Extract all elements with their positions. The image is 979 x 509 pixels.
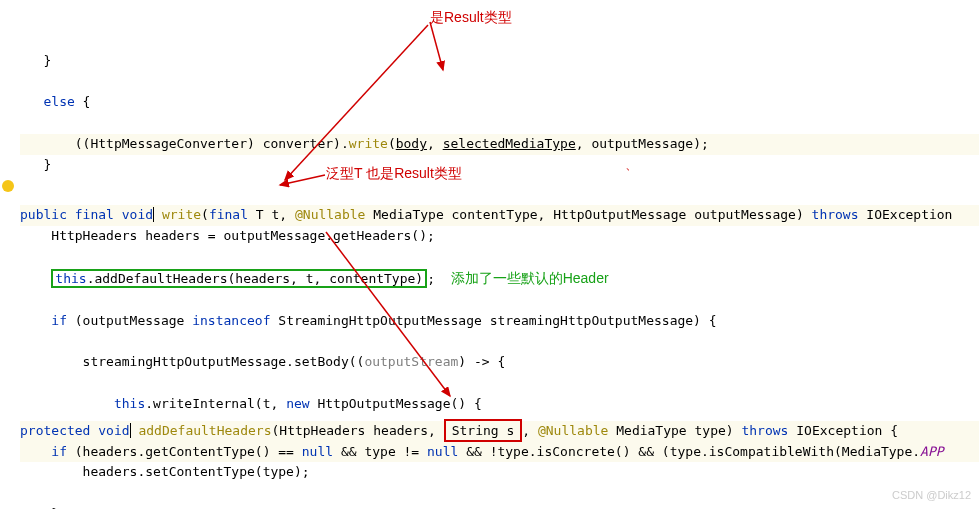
annotation-header: 添加了一些默认的Header (451, 270, 609, 286)
code-line: streamingHttpOutputMessage.setBody((outp… (20, 352, 979, 373)
code-line: else { (20, 92, 979, 113)
green-highlight-box: this.addDefaultHeaders(headers, t, conte… (51, 269, 427, 288)
code-line-highlighted: ((HttpMessageConverter) converter).write… (20, 134, 979, 155)
code-line: this.addDefaultHeaders(headers, t, conte… (20, 267, 979, 290)
code-line: } (20, 504, 979, 509)
code-line: HttpHeaders headers = outputMessage.getH… (20, 226, 979, 247)
code-line-highlighted: if (headers.getContentType() == null && … (20, 442, 979, 463)
watermark: CSDN @Dikz12 (892, 487, 971, 505)
code-block-3: protected void addDefaultHeaders(HttpHea… (0, 396, 979, 509)
code-line: if (outputMessage instanceof StreamingHt… (20, 311, 979, 332)
code-line: } (20, 51, 979, 72)
code-line-highlighted: public final void write(final T t, @Null… (20, 205, 979, 226)
annotation-dot: 、 (625, 155, 638, 176)
code-line: headers.setContentType(type); (20, 462, 979, 483)
code-line-highlighted: protected void addDefaultHeaders(HttpHea… (20, 421, 979, 442)
code-block-1: } else { ((HttpMessageConverter) convert… (0, 26, 979, 196)
red-highlight-box: String s (444, 419, 523, 442)
code-line: } (20, 155, 979, 176)
